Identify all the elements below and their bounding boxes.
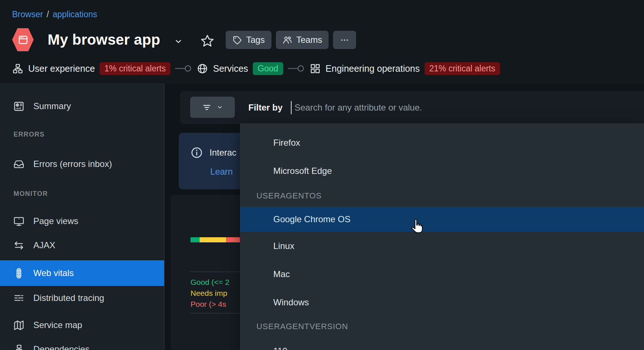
- filter-suggestions-dropdown: FirefoxMicrosoft EdgeUSERAGENTOSGoogle C…: [240, 123, 644, 350]
- health-stage-label: Engineering operations: [326, 63, 420, 74]
- dropdown-option-google-chrome-os[interactable]: Google Chrome OS: [240, 207, 644, 232]
- health-stage-user-experience[interactable]: User experience1% critical alerts: [12, 62, 170, 75]
- browser-app-icon: [12, 28, 34, 51]
- threshold-segment-good: [190, 237, 200, 242]
- sidebar-item-label: Summary: [33, 101, 71, 111]
- legend-entry: Good (<= 2: [190, 277, 229, 288]
- sidebar-item-errors-errors-inbox[interactable]: Errors (errors inbox): [0, 152, 164, 176]
- sidebar-item-label: Page views: [33, 216, 78, 226]
- chevron-down-icon: [216, 104, 223, 111]
- info-banner-text: Interac: [210, 148, 236, 158]
- tags-button[interactable]: Tags: [226, 31, 271, 49]
- health-flow-row: User experience1% critical alertsService…: [12, 60, 500, 77]
- dropdown-option-linux[interactable]: Linux: [240, 232, 644, 260]
- breadcrumb-link-applications[interactable]: applications: [53, 10, 97, 19]
- more-actions-button[interactable]: [333, 31, 356, 49]
- tracing-lines-icon: [13, 293, 25, 304]
- filter-icon: [202, 103, 212, 112]
- sidebar-item-label: Service map: [33, 320, 82, 330]
- monitor-icon: [13, 216, 25, 227]
- status-badge[interactable]: Good: [253, 62, 283, 75]
- filter-search-placeholder: Search for any attribute or value.: [295, 103, 422, 113]
- threshold-legend: Good (<= 2Needs impPoor (> 4s: [190, 277, 229, 310]
- teams-icon: [282, 35, 292, 45]
- chevron-down-icon[interactable]: [174, 37, 183, 46]
- sidebar-section-errors: ERRORS: [0, 126, 164, 142]
- tag-icon: [232, 35, 242, 45]
- sidebar-item-label: Web vitals: [33, 268, 74, 278]
- sidebar-item-summary[interactable]: Summary: [0, 94, 164, 118]
- sitemap-icon: [12, 63, 23, 74]
- sidebar-item-label: Distributed tracing: [33, 293, 104, 303]
- breadcrumb-separator: /: [47, 10, 49, 19]
- dropdown-section-useragentversion: USERAGENTVERSION: [240, 316, 644, 337]
- sidebar-section-monitor: MONITOR: [0, 186, 164, 202]
- sidebar-item-web-vitals[interactable]: Web vitals: [0, 260, 164, 286]
- stage-connector: [175, 65, 192, 72]
- info-icon: [190, 146, 203, 159]
- dropdown-option-110[interactable]: 110: [240, 337, 644, 350]
- teams-button-label: Teams: [296, 35, 322, 45]
- filter-options-button[interactable]: [190, 97, 235, 118]
- teams-button[interactable]: Teams: [276, 31, 329, 49]
- status-badge[interactable]: 21% critical alerts: [425, 62, 500, 75]
- health-stage-label: User experience: [28, 63, 95, 74]
- sidebar-item-dependencies[interactable]: Dependencies: [0, 337, 164, 350]
- legend-entry: Needs imp: [190, 288, 229, 299]
- status-badge[interactable]: 1% critical alerts: [100, 62, 170, 75]
- star-icon[interactable]: [200, 34, 215, 48]
- header-actions: TagsTeams: [226, 31, 356, 49]
- ajax-arrows-icon: [13, 240, 25, 251]
- inbox-icon: [13, 159, 25, 170]
- sidebar-item-label: Dependencies: [33, 344, 89, 350]
- legend-entry: Poor (> 4s: [190, 299, 229, 310]
- filter-bar: Filter by Search for any attribute or va…: [180, 91, 644, 124]
- grid-icon: [310, 63, 321, 74]
- map-icon: [13, 320, 25, 331]
- health-stage-engineering-operations[interactable]: Engineering operations21% critical alert…: [310, 62, 500, 75]
- traffic-light-icon: [13, 268, 25, 279]
- text-caret: [291, 101, 292, 114]
- sidebar-item-distributed-tracing[interactable]: Distributed tracing: [0, 286, 164, 310]
- app-window: Browser/applications My browser app Tags…: [0, 0, 644, 350]
- dropdown-option-firefox[interactable]: Firefox: [240, 129, 644, 157]
- dropdown-option-windows[interactable]: Windows: [240, 288, 644, 316]
- filter-search-input[interactable]: Search for any attribute or value.: [295, 91, 637, 124]
- sidebar-item-service-map[interactable]: Service map: [0, 313, 164, 337]
- sidebar-item-ajax[interactable]: AJAX: [0, 233, 164, 257]
- sidebar-nav: SummaryERRORSErrors (errors inbox)MONITO…: [0, 83, 164, 350]
- info-banner-learn-link[interactable]: Learn: [210, 167, 233, 177]
- sidebar-item-label: AJAX: [33, 240, 55, 250]
- dropdown-option-microsoft-edge[interactable]: Microsoft Edge: [240, 157, 644, 185]
- threshold-segment-needs-improvement: [200, 237, 226, 242]
- sidebar-item-label: Errors (errors inbox): [33, 159, 112, 169]
- browser-window-icon: [17, 34, 29, 45]
- more-icon: [340, 35, 349, 45]
- dependencies-icon: [13, 344, 25, 350]
- tags-button-label: Tags: [246, 35, 265, 45]
- health-stage-services[interactable]: ServicesGood: [197, 62, 283, 75]
- dropdown-section-useragentos: USERAGENTOS: [240, 185, 644, 207]
- breadcrumb-link-browser[interactable]: Browser: [12, 10, 43, 19]
- summary-icon: [13, 101, 25, 112]
- dropdown-option-mac[interactable]: Mac: [240, 260, 644, 288]
- page-title[interactable]: My browser app: [48, 31, 160, 48]
- stage-connector: [288, 65, 305, 72]
- sidebar-item-page-views[interactable]: Page views: [0, 209, 164, 233]
- breadcrumb: Browser/applications: [12, 10, 97, 19]
- globe-icon: [197, 63, 208, 74]
- filter-by-label: Filter by: [248, 91, 282, 124]
- health-stage-label: Services: [213, 63, 248, 74]
